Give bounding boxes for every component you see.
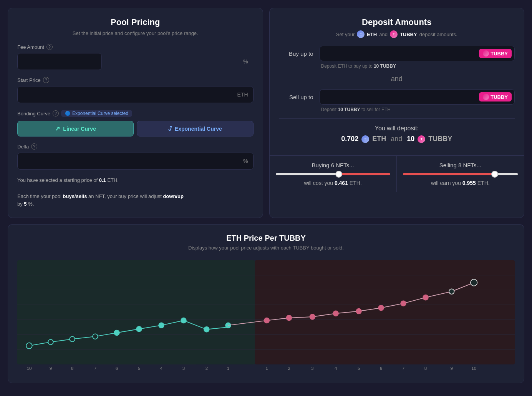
start-price-suffix: ETH: [237, 92, 248, 98]
svg-rect-1: [255, 260, 515, 364]
delta-info-icon[interactable]: ?: [31, 143, 37, 150]
buying-slider-wrap: [276, 173, 390, 175]
bonding-curve-label: Bonding Curve ? 🔵 Exponential Curve sele…: [17, 110, 254, 117]
sell-up-to-input-wrap: 10 TUBBY: [320, 89, 515, 105]
tubby-label-summary: TUBBY: [428, 135, 452, 143]
exponential-curve-icon: J: [168, 125, 172, 132]
nft-grid: Buying 6 NFTs... will cost you 0.461 ETH…: [270, 155, 524, 192]
svg-text:7: 7: [94, 366, 96, 371]
chart-svg: 0.16 0.14 0.12 0.10 0.08 0.06 0.04: [17, 258, 515, 374]
svg-text:9: 9: [450, 366, 452, 371]
chart-point-buy-5: [136, 326, 142, 332]
svg-text:6: 6: [380, 366, 382, 371]
delta-label: Delta ?: [17, 143, 254, 150]
eth-icon-summary: Ξ: [361, 135, 369, 143]
chart-point-buy-10: [26, 343, 32, 349]
selling-nft-title: Selling 8 NFTs...: [403, 162, 518, 168]
svg-text:6: 6: [116, 366, 118, 371]
chart-area: 0.16 0.14 0.12 0.10 0.08 0.06 0.04: [17, 258, 515, 374]
pool-info-text: You have selected a starting price of 0.…: [17, 176, 254, 208]
delta-wrapper: 5 %: [17, 153, 254, 170]
chart-point-sell-6: [378, 305, 384, 311]
selling-slider-track: [403, 173, 518, 175]
selling-slider-thumb[interactable]: [491, 171, 498, 178]
deposit-amounts-subtitle: Set your Ξ ETH and T TUBBY deposit amoun…: [279, 30, 515, 38]
chart-panel: ETH Price Per TUBBY Displays how your po…: [8, 224, 524, 383]
buying-slider-thumb[interactable]: [335, 171, 342, 178]
selling-result: will earn you 0.955 ETH.: [403, 180, 518, 186]
tubby-deposit-amount: 10: [407, 135, 414, 143]
and-text-summary: and: [391, 135, 402, 143]
buying-result: will cost you 0.461 ETH.: [276, 180, 390, 186]
fee-amount-label: Fee Amount ?: [17, 44, 254, 50]
selected-curve-tag: 🔵 Exponential Curve selected: [61, 110, 132, 117]
bonding-curve-info-icon[interactable]: ?: [53, 110, 59, 116]
chart-point-sell-2: [287, 315, 292, 321]
chart-point-buy-2: [204, 327, 209, 332]
chart-point-sell-1: [264, 318, 270, 323]
pool-pricing-subtitle: Set the initial price and configure your…: [17, 30, 254, 36]
eth-label-summary: ETH: [372, 135, 386, 143]
eth-deposit-amount: 0.702: [341, 135, 358, 143]
exponential-curve-button[interactable]: J Exponential Curve: [137, 121, 253, 136]
chart-point-sell-3: [310, 314, 315, 319]
fee-amount-wrapper: 5 %: [17, 53, 254, 70]
selling-earn: 0.955: [462, 180, 476, 186]
buying-nft-cell: Buying 6 NFTs... will cost you 0.461 ETH…: [270, 156, 397, 192]
chart-point-buy-6: [114, 330, 119, 336]
pool-pricing-title: Pool Pricing: [17, 17, 254, 27]
linear-curve-button[interactable]: ↗ Linear Curve: [17, 121, 134, 136]
svg-text:3: 3: [182, 366, 185, 371]
sell-tubby-icon: [483, 94, 489, 100]
linear-curve-label: Linear Curve: [63, 126, 96, 132]
buying-cost: 0.461: [335, 180, 348, 186]
start-price-input[interactable]: 0.1: [17, 86, 254, 103]
tubby-badge-header: TUBBY: [400, 32, 417, 37]
start-price-wrapper: 0.1 ETH: [17, 86, 254, 103]
svg-text:8: 8: [424, 366, 427, 371]
svg-text:10: 10: [471, 366, 476, 371]
chart-point-buy-7: [93, 334, 98, 339]
chart-title: ETH Price Per TUBBY: [17, 234, 515, 243]
svg-text:7: 7: [402, 366, 404, 371]
svg-text:8: 8: [71, 366, 73, 371]
fee-amount-input[interactable]: 5: [17, 53, 102, 70]
start-price-info-icon[interactable]: ?: [43, 77, 49, 83]
you-will-deposit-section: You will deposit: 0.702 Ξ ETH and 10 T T…: [279, 118, 515, 149]
sell-up-to-label: Sell up to: [279, 94, 313, 100]
svg-text:9: 9: [50, 366, 52, 371]
buy-hint: Deposit ETH to buy up to 10 TUBBY: [321, 63, 515, 69]
deposit-amounts-title: Deposit Amounts: [279, 17, 515, 27]
eth-icon-header: Ξ: [357, 30, 365, 38]
buying-slider-track: [276, 173, 390, 175]
buy-up-to-row: Buy up to 10 TUBBY: [279, 46, 515, 61]
eth-badge-header: ETH: [367, 32, 377, 37]
tubby-icon-summary: T: [418, 135, 425, 143]
delta-suffix: %: [243, 158, 248, 164]
chart-point-sell-5: [356, 309, 361, 314]
buy-token-badge: TUBBY: [479, 49, 512, 58]
svg-text:10: 10: [27, 366, 31, 371]
chart-subtitle: Displays how your pool price adjusts wit…: [17, 245, 515, 251]
svg-text:4: 4: [160, 366, 163, 371]
chart-point-sell-4: [333, 311, 338, 316]
sell-up-to-row: Sell up to 10 TUBBY: [279, 89, 515, 105]
sell-token-badge: TUBBY: [479, 92, 512, 101]
curve-tag-text: Exponential Curve selected: [72, 111, 128, 116]
buy-up-to-label: Buy up to: [279, 50, 313, 57]
curve-tag-icon: 🔵: [65, 111, 71, 116]
chart-point-buy-9: [48, 339, 53, 345]
svg-text:3: 3: [311, 366, 313, 371]
fee-amount-suffix: %: [243, 58, 248, 65]
delta-input[interactable]: 5: [17, 153, 254, 170]
svg-text:1: 1: [265, 366, 268, 371]
and-divider: and: [279, 75, 515, 83]
exponential-curve-label: Exponential Curve: [175, 126, 222, 132]
svg-text:2: 2: [206, 366, 208, 371]
chart-point-sell-9: [449, 289, 454, 295]
curve-buttons-group: ↗ Linear Curve J Exponential Curve: [17, 121, 254, 136]
svg-text:1: 1: [227, 366, 229, 371]
chart-point-sell-8: [423, 295, 428, 300]
fee-amount-info-icon[interactable]: ?: [46, 44, 53, 50]
svg-text:5: 5: [358, 366, 360, 371]
